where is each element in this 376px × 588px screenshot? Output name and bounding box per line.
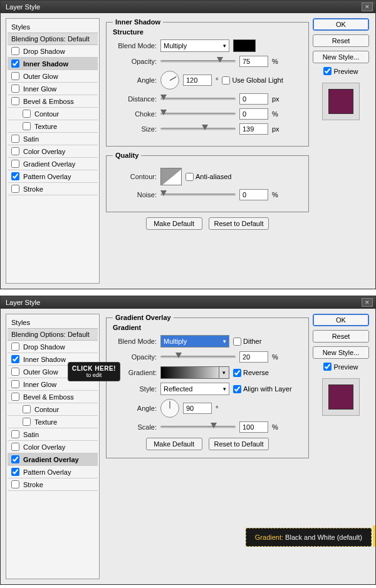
- scale-input[interactable]: 100: [239, 421, 268, 433]
- style-item-checkbox[interactable]: [11, 480, 19, 488]
- style-item-color-overlay[interactable]: Color Overlay: [8, 145, 98, 158]
- style-item-drop-shadow[interactable]: Drop Shadow: [8, 341, 98, 353]
- preview-checkbox[interactable]: Preview: [323, 67, 358, 75]
- angle-input[interactable]: 90: [183, 403, 212, 414]
- scale-slider[interactable]: [160, 426, 236, 428]
- style-item-checkbox[interactable]: [11, 355, 19, 363]
- style-item-satin[interactable]: Satin: [8, 133, 98, 145]
- titlebar[interactable]: Layer Style ✕: [1, 1, 375, 13]
- style-item-checkbox[interactable]: [11, 393, 19, 401]
- blending-options[interactable]: Blending Options: Default: [8, 33, 98, 45]
- yellow-accent-strip: [373, 525, 375, 547]
- align-with-layer-checkbox[interactable]: Align with Layer: [233, 385, 292, 393]
- style-item-bevel-emboss[interactable]: Bevel & Emboss: [8, 391, 98, 403]
- style-item-checkbox[interactable]: [11, 468, 19, 476]
- right-button-column: OK Reset New Style... Preview: [311, 18, 370, 284]
- style-item-drop-shadow[interactable]: Drop Shadow: [8, 45, 98, 58]
- angle-dial[interactable]: [160, 399, 179, 418]
- style-item-checkbox[interactable]: [23, 405, 31, 413]
- style-item-checkbox[interactable]: [11, 160, 19, 168]
- style-item-checkbox[interactable]: [11, 47, 19, 55]
- anti-aliased-checkbox[interactable]: Anti-aliased: [185, 173, 231, 181]
- style-item-inner-glow[interactable]: Inner Glow: [8, 83, 98, 95]
- blend-mode-select[interactable]: Multiply ▾: [160, 39, 229, 52]
- chevron-down-icon[interactable]: ▾: [219, 367, 229, 378]
- opacity-slider[interactable]: [160, 60, 236, 63]
- reverse-checkbox[interactable]: Reverse: [233, 369, 269, 377]
- style-item-bevel-emboss[interactable]: Bevel & Emboss: [8, 95, 98, 108]
- style-item-checkbox[interactable]: [11, 72, 19, 80]
- distance-input[interactable]: 0: [239, 93, 268, 105]
- ok-button[interactable]: OK: [313, 18, 369, 31]
- style-item-checkbox[interactable]: [11, 172, 19, 180]
- opacity-input[interactable]: 20: [239, 351, 268, 363]
- titlebar[interactable]: Layer Style ✕: [1, 296, 375, 309]
- contour-picker[interactable]: [160, 168, 182, 185]
- style-item-checkbox[interactable]: [11, 455, 19, 463]
- style-item-checkbox[interactable]: [11, 147, 19, 155]
- angle-dial[interactable]: [160, 71, 179, 90]
- size-slider[interactable]: [160, 128, 236, 130]
- style-item-gradient-overlay[interactable]: Gradient Overlay: [8, 453, 98, 466]
- noise-input[interactable]: 0: [239, 189, 268, 200]
- style-item-stroke[interactable]: Stroke: [8, 183, 98, 195]
- style-item-texture[interactable]: Texture: [8, 416, 98, 428]
- noise-slider[interactable]: [160, 193, 236, 196]
- reset-button[interactable]: Reset: [313, 330, 369, 343]
- style-select[interactable]: Reflected ▾: [160, 383, 229, 395]
- ok-button[interactable]: OK: [313, 314, 369, 326]
- style-item-checkbox[interactable]: [23, 418, 31, 426]
- style-item-checkbox[interactable]: [23, 110, 31, 118]
- dither-checkbox[interactable]: Dither: [233, 338, 261, 346]
- styles-header[interactable]: Styles: [8, 21, 98, 33]
- new-style-button[interactable]: New Style...: [313, 51, 369, 63]
- styles-header[interactable]: Styles: [8, 317, 98, 328]
- click-here-hint: CLICK HERE! to edit: [68, 363, 120, 381]
- gradient-picker[interactable]: ▾: [160, 366, 229, 379]
- style-item-texture[interactable]: Texture: [8, 120, 98, 133]
- angle-input[interactable]: 120: [183, 75, 212, 86]
- style-item-stroke[interactable]: Stroke: [8, 478, 98, 491]
- style-item-contour[interactable]: Contour: [8, 108, 98, 120]
- style-item-checkbox[interactable]: [11, 59, 19, 68]
- distance-slider[interactable]: [160, 98, 236, 100]
- style-item-contour[interactable]: Contour: [8, 403, 98, 416]
- style-item-gradient-overlay[interactable]: Gradient Overlay: [8, 158, 98, 170]
- choke-input[interactable]: 0: [239, 108, 268, 120]
- preview-checkbox[interactable]: Preview: [323, 363, 358, 371]
- style-item-satin[interactable]: Satin: [8, 428, 98, 441]
- close-icon[interactable]: ✕: [362, 3, 373, 11]
- style-item-inner-shadow[interactable]: Inner Shadow: [8, 58, 98, 70]
- make-default-button[interactable]: Make Default: [146, 438, 202, 450]
- choke-slider[interactable]: [160, 113, 236, 115]
- opacity-input[interactable]: 75: [239, 56, 268, 67]
- style-item-checkbox[interactable]: [11, 185, 19, 193]
- style-item-checkbox[interactable]: [11, 430, 19, 438]
- panel-title: Gradient Overlay: [113, 314, 174, 321]
- style-item-checkbox[interactable]: [23, 122, 31, 130]
- style-item-outer-glow[interactable]: Outer Glow: [8, 70, 98, 83]
- opacity-slider[interactable]: [160, 356, 236, 358]
- reset-button[interactable]: Reset: [313, 34, 369, 47]
- style-item-checkbox[interactable]: [11, 85, 19, 93]
- size-input[interactable]: 139: [239, 123, 268, 135]
- style-item-checkbox[interactable]: [11, 97, 19, 105]
- make-default-button[interactable]: Make Default: [146, 217, 202, 230]
- use-global-light-checkbox[interactable]: Use Global Light: [222, 76, 283, 85]
- style-item-checkbox[interactable]: [11, 135, 19, 143]
- style-item-pattern-overlay[interactable]: Pattern Overlay: [8, 466, 98, 478]
- preview-label: Preview: [333, 363, 358, 371]
- style-item-checkbox[interactable]: [11, 368, 19, 376]
- style-item-checkbox[interactable]: [11, 343, 19, 351]
- style-item-pattern-overlay[interactable]: Pattern Overlay: [8, 170, 98, 183]
- reset-to-default-button[interactable]: Reset to Default: [209, 217, 269, 230]
- shadow-color-swatch[interactable]: [233, 39, 256, 52]
- style-item-checkbox[interactable]: [11, 443, 19, 451]
- close-icon[interactable]: ✕: [362, 298, 373, 307]
- blend-mode-select[interactable]: Multiply ▾: [160, 335, 229, 348]
- style-item-checkbox[interactable]: [11, 380, 19, 388]
- style-item-color-overlay[interactable]: Color Overlay: [8, 441, 98, 453]
- reset-to-default-button[interactable]: Reset to Default: [209, 438, 269, 450]
- new-style-button[interactable]: New Style...: [313, 346, 369, 359]
- blending-options[interactable]: Blending Options: Default: [8, 328, 98, 341]
